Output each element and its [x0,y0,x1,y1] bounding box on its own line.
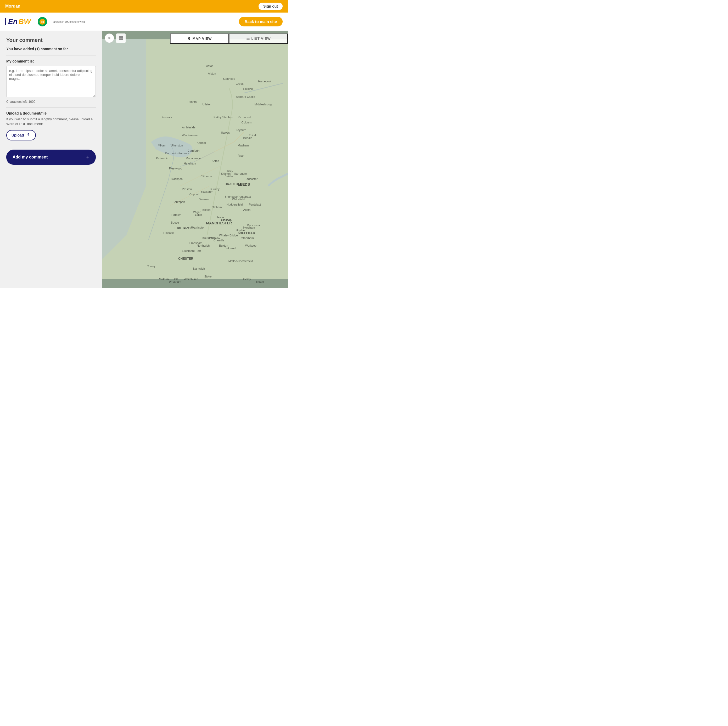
svg-rect-5 [119,37,121,38]
upload-description: If you wish to submit a lengthy comment,… [6,117,96,126]
map-view-label: MAP VIEW [193,37,212,41]
panel-title: Your comment [6,37,96,43]
logo-en: En [8,18,18,26]
close-icon: × [108,36,110,41]
svg-rect-7 [119,38,121,40]
list-view-label: LIST VIEW [251,37,271,41]
close-button[interactable]: × [105,34,114,43]
logo-divider [34,18,34,26]
svg-rect-8 [121,38,123,40]
svg-rect-4 [102,39,288,279]
sign-out-button[interactable]: Sign out [258,3,283,10]
logo-subtitle-area: Partners in UK offshore wind [52,20,85,23]
logo-area: EnBW bp Partners in UK offshore wind [5,17,85,27]
list-icon [246,37,250,41]
logo-bar: EnBW bp Partners in UK offshore wind Bac… [0,12,288,31]
map-layer-button[interactable] [116,34,125,43]
upload-section-title: Upload a document/file [6,111,96,115]
map-pin-icon [187,37,191,41]
layers-icon [118,35,124,41]
logo-tagline: Partners in UK offshore wind [52,20,85,23]
char-count-label: Characters left: 1000 [6,100,96,104]
add-comment-button[interactable]: Add my comment + [6,149,96,165]
comment-field-label: My comment is: [6,59,96,63]
left-panel: Your comment You have added (1) comment … [0,31,102,288]
top-navigation-bar: Morgan Sign out [0,0,288,12]
logo-bw: BW [18,18,31,26]
main-content: Your comment You have added (1) comment … [0,31,288,288]
upload-icon [26,132,31,138]
map-background [102,31,288,288]
comment-textarea[interactable] [6,66,96,97]
map-view-button[interactable]: MAP VIEW [170,34,229,44]
enbw-logo: EnBW bp [5,17,47,27]
map-view-toggle: MAP VIEW LIST VIEW [170,34,288,44]
map-area: × MAP VIEW LIST VIEW [102,31,288,288]
logo-line [5,18,6,25]
list-view-button[interactable]: LIST VIEW [229,34,288,44]
plus-icon: + [86,154,90,160]
back-to-main-site-button[interactable]: Back to main site [239,17,283,26]
upload-button-label: Upload [12,133,24,137]
svg-rect-6 [121,37,123,38]
svg-text:bp: bp [41,20,44,23]
comment-count-text: You have added (1) comment so far [6,47,96,51]
upload-button[interactable]: Upload [6,130,36,140]
bp-logo: bp [37,17,47,27]
add-comment-label: Add my comment [12,155,47,160]
user-name: Morgan [5,4,20,9]
